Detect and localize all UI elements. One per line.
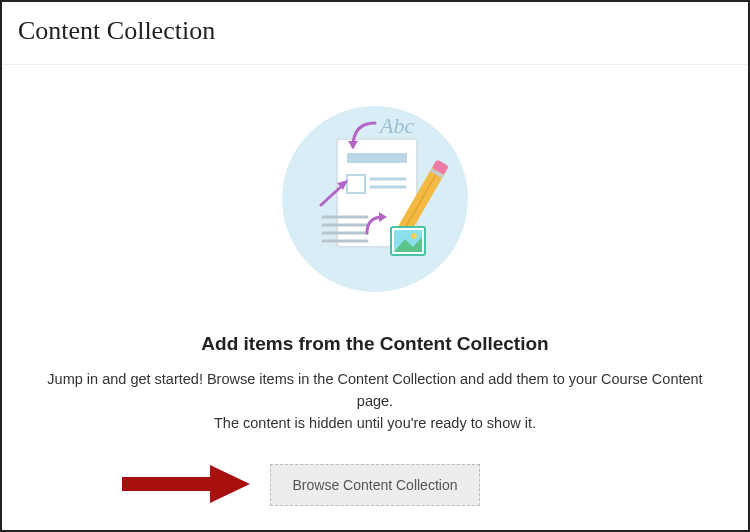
description-line-2: The content is hidden until you're ready… [35,413,715,435]
browse-content-collection-button[interactable]: Browse Content Collection [270,464,481,506]
svg-rect-2 [347,153,407,163]
svg-point-22 [411,233,417,239]
main-heading: Add items from the Content Collection [2,333,748,355]
button-row: Browse Content Collection [2,464,748,506]
annotation-arrow-icon [122,463,252,507]
abc-text: Abc [378,113,414,138]
description-line-1: Jump in and get started! Browse items in… [35,369,715,413]
page-title: Content Collection [18,16,732,46]
page-header: Content Collection [2,2,748,65]
content-collection-illustration: Abc [275,99,475,303]
svg-rect-23 [122,477,212,491]
main-content: Abc Add items fr [2,65,748,506]
svg-marker-24 [210,465,250,503]
